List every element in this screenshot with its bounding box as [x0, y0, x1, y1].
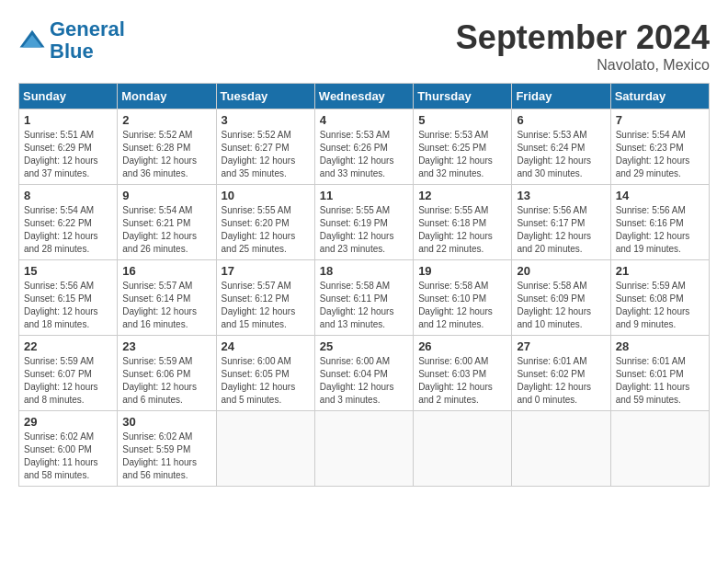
day-info: Sunrise: 5:52 AM Sunset: 6:27 PM Dayligh… — [222, 129, 310, 180]
calendar-cell-30: 30Sunrise: 6:02 AM Sunset: 5:59 PM Dayli… — [118, 411, 216, 487]
day-info: Sunrise: 5:54 AM Sunset: 6:22 PM Dayligh… — [24, 204, 112, 256]
header-sunday: Sunday — [19, 84, 118, 109]
day-info: Sunrise: 5:53 AM Sunset: 6:25 PM Dayligh… — [418, 129, 506, 180]
calendar-cell-empty — [216, 411, 314, 487]
day-number: 8 — [24, 189, 112, 202]
day-number: 5 — [418, 113, 506, 127]
day-number: 3 — [222, 113, 310, 127]
calendar-row: 22Sunrise: 5:59 AM Sunset: 6:07 PM Dayli… — [19, 336, 710, 411]
day-info: Sunrise: 5:56 AM Sunset: 6:16 PM Dayligh… — [616, 204, 704, 256]
logo-line1: General — [50, 17, 125, 40]
calendar-cell-7: 7Sunrise: 5:54 AM Sunset: 6:23 PM Daylig… — [610, 109, 709, 185]
month-title: September 2024 — [456, 18, 710, 57]
calendar-cell-12: 12Sunrise: 5:55 AM Sunset: 6:18 PM Dayli… — [414, 185, 512, 260]
day-number: 13 — [517, 189, 605, 202]
day-number: 14 — [616, 189, 704, 202]
day-info: Sunrise: 5:59 AM Sunset: 6:06 PM Dayligh… — [122, 355, 210, 407]
day-number: 22 — [24, 339, 112, 353]
calendar-cell-empty — [610, 411, 709, 487]
day-number: 18 — [320, 264, 408, 278]
day-number: 21 — [616, 264, 704, 278]
calendar-cell-18: 18Sunrise: 5:58 AM Sunset: 6:11 PM Dayli… — [314, 260, 413, 336]
calendar-body: 1Sunrise: 5:51 AM Sunset: 6:29 PM Daylig… — [19, 109, 710, 487]
day-number: 24 — [222, 339, 310, 353]
day-info: Sunrise: 5:51 AM Sunset: 6:29 PM Dayligh… — [24, 129, 112, 180]
calendar-cell-20: 20Sunrise: 5:58 AM Sunset: 6:09 PM Dayli… — [512, 260, 610, 336]
day-info: Sunrise: 6:02 AM Sunset: 6:00 PM Dayligh… — [24, 431, 112, 482]
calendar-cell-3: 3Sunrise: 5:52 AM Sunset: 6:27 PM Daylig… — [216, 109, 314, 185]
day-number: 9 — [122, 189, 210, 202]
logo-icon — [18, 27, 46, 54]
calendar-cell-23: 23Sunrise: 5:59 AM Sunset: 6:06 PM Dayli… — [118, 336, 216, 411]
logo-line2: Blue — [50, 40, 94, 63]
day-info: Sunrise: 6:01 AM Sunset: 6:02 PM Dayligh… — [517, 355, 605, 407]
day-info: Sunrise: 5:54 AM Sunset: 6:23 PM Dayligh… — [616, 129, 704, 180]
calendar-cell-6: 6Sunrise: 5:53 AM Sunset: 6:24 PM Daylig… — [512, 109, 610, 185]
calendar-row: 8Sunrise: 5:54 AM Sunset: 6:22 PM Daylig… — [19, 185, 710, 260]
calendar-cell-22: 22Sunrise: 5:59 AM Sunset: 6:07 PM Dayli… — [19, 336, 118, 411]
day-info: Sunrise: 6:02 AM Sunset: 5:59 PM Dayligh… — [122, 431, 210, 482]
calendar-cell-21: 21Sunrise: 5:59 AM Sunset: 6:08 PM Dayli… — [610, 260, 709, 336]
day-number: 6 — [517, 113, 605, 127]
day-number: 12 — [418, 189, 506, 202]
day-info: Sunrise: 6:00 AM Sunset: 6:05 PM Dayligh… — [222, 355, 310, 407]
day-number: 1 — [24, 113, 112, 127]
day-number: 23 — [122, 339, 210, 353]
day-number: 20 — [517, 264, 605, 278]
day-number: 10 — [222, 189, 310, 202]
location: Navolato, Mexico — [456, 57, 710, 74]
calendar-row: 15Sunrise: 5:56 AM Sunset: 6:15 PM Dayli… — [19, 260, 710, 336]
calendar-cell-11: 11Sunrise: 5:55 AM Sunset: 6:19 PM Dayli… — [314, 185, 413, 260]
calendar-cell-27: 27Sunrise: 6:01 AM Sunset: 6:02 PM Dayli… — [512, 336, 610, 411]
calendar-cell-1: 1Sunrise: 5:51 AM Sunset: 6:29 PM Daylig… — [19, 109, 118, 185]
header-friday: Friday — [512, 84, 610, 109]
header-tuesday: Tuesday — [216, 84, 314, 109]
day-info: Sunrise: 5:55 AM Sunset: 6:18 PM Dayligh… — [418, 204, 506, 256]
day-number: 30 — [122, 415, 210, 429]
page-header: General Blue September 2024 Navolato, Me… — [18, 18, 710, 74]
logo: General Blue — [18, 18, 125, 63]
calendar-row: 1Sunrise: 5:51 AM Sunset: 6:29 PM Daylig… — [19, 109, 710, 185]
calendar-cell-4: 4Sunrise: 5:53 AM Sunset: 6:26 PM Daylig… — [314, 109, 413, 185]
calendar-cell-24: 24Sunrise: 6:00 AM Sunset: 6:05 PM Dayli… — [216, 336, 314, 411]
day-info: Sunrise: 5:53 AM Sunset: 6:24 PM Dayligh… — [517, 129, 605, 180]
calendar-cell-15: 15Sunrise: 5:56 AM Sunset: 6:15 PM Dayli… — [19, 260, 118, 336]
day-info: Sunrise: 5:57 AM Sunset: 6:14 PM Dayligh… — [122, 280, 210, 331]
day-info: Sunrise: 5:53 AM Sunset: 6:26 PM Dayligh… — [320, 129, 408, 180]
day-number: 27 — [517, 339, 605, 353]
day-info: Sunrise: 5:52 AM Sunset: 6:28 PM Dayligh… — [122, 129, 210, 180]
day-info: Sunrise: 6:00 AM Sunset: 6:04 PM Dayligh… — [320, 355, 408, 407]
header-row: SundayMondayTuesdayWednesdayThursdayFrid… — [19, 84, 710, 109]
day-info: Sunrise: 5:59 AM Sunset: 6:07 PM Dayligh… — [24, 355, 112, 407]
day-number: 4 — [320, 113, 408, 127]
calendar-cell-29: 29Sunrise: 6:02 AM Sunset: 6:00 PM Dayli… — [19, 411, 118, 487]
calendar-cell-17: 17Sunrise: 5:57 AM Sunset: 6:12 PM Dayli… — [216, 260, 314, 336]
day-number: 2 — [122, 113, 210, 127]
day-number: 15 — [24, 264, 112, 278]
calendar-cell-26: 26Sunrise: 6:00 AM Sunset: 6:03 PM Dayli… — [414, 336, 512, 411]
day-number: 11 — [320, 189, 408, 202]
calendar-cell-13: 13Sunrise: 5:56 AM Sunset: 6:17 PM Dayli… — [512, 185, 610, 260]
day-info: Sunrise: 5:55 AM Sunset: 6:19 PM Dayligh… — [320, 204, 408, 256]
title-block: September 2024 Navolato, Mexico — [456, 18, 710, 74]
header-wednesday: Wednesday — [314, 84, 413, 109]
day-info: Sunrise: 5:59 AM Sunset: 6:08 PM Dayligh… — [616, 280, 704, 331]
day-info: Sunrise: 5:56 AM Sunset: 6:17 PM Dayligh… — [517, 204, 605, 256]
day-number: 16 — [122, 264, 210, 278]
calendar-cell-10: 10Sunrise: 5:55 AM Sunset: 6:20 PM Dayli… — [216, 185, 314, 260]
day-info: Sunrise: 5:58 AM Sunset: 6:11 PM Dayligh… — [320, 280, 408, 331]
day-info: Sunrise: 5:56 AM Sunset: 6:15 PM Dayligh… — [24, 280, 112, 331]
calendar-cell-16: 16Sunrise: 5:57 AM Sunset: 6:14 PM Dayli… — [118, 260, 216, 336]
calendar-cell-19: 19Sunrise: 5:58 AM Sunset: 6:10 PM Dayli… — [414, 260, 512, 336]
calendar-cell-14: 14Sunrise: 5:56 AM Sunset: 6:16 PM Dayli… — [610, 185, 709, 260]
calendar-table: SundayMondayTuesdayWednesdayThursdayFrid… — [18, 83, 710, 487]
calendar-cell-empty — [314, 411, 413, 487]
header-saturday: Saturday — [610, 84, 709, 109]
day-info: Sunrise: 5:58 AM Sunset: 6:10 PM Dayligh… — [418, 280, 506, 331]
day-number: 17 — [222, 264, 310, 278]
day-info: Sunrise: 5:54 AM Sunset: 6:21 PM Dayligh… — [122, 204, 210, 256]
header-monday: Monday — [118, 84, 216, 109]
day-info: Sunrise: 5:58 AM Sunset: 6:09 PM Dayligh… — [517, 280, 605, 331]
calendar-cell-2: 2Sunrise: 5:52 AM Sunset: 6:28 PM Daylig… — [118, 109, 216, 185]
calendar-cell-empty — [512, 411, 610, 487]
